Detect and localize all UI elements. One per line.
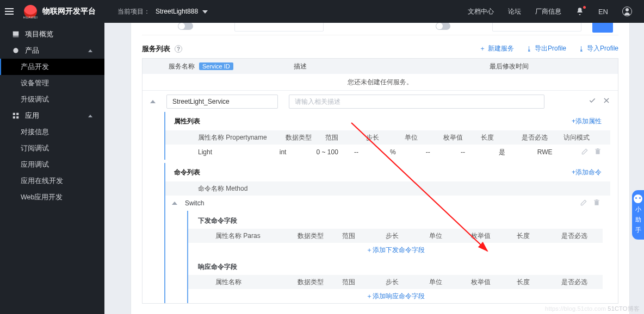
watermark: https://blog.51cto.com 51CTO博客 xyxy=(545,305,640,313)
toggle-switch[interactable] xyxy=(178,23,193,30)
command-title: 命令列表 xyxy=(174,168,200,177)
sidebar-item-app[interactable]: 应用 xyxy=(0,108,104,124)
service-table: 服务名称Service ID 描述 最后修改时间 您还未创建任何服务。 属性列表… xyxy=(142,58,618,304)
col-step: 步长 xyxy=(386,231,429,241)
col-unit: 单位 xyxy=(429,278,470,287)
service-empty-hint: 您还未创建任何服务。 xyxy=(143,74,618,90)
cell-step: -- xyxy=(354,148,390,156)
new-service-link[interactable]: ＋新建服务 xyxy=(479,44,514,53)
sidebar-item-device-mgmt[interactable]: 设备管理 xyxy=(0,75,104,91)
command-nested: 下发命令字段 属性名称 Paras 数据类型 范围 步长 单位 枚举值 长度 是… xyxy=(187,211,603,303)
help-icon[interactable]: ? xyxy=(175,45,182,53)
link-label: 新建服务 xyxy=(488,44,514,53)
main-card: 服务列表? ＋新建服务 ⭳导出Profile ⭳导入Profile 服务名称Se… xyxy=(131,23,630,314)
link-label: 导出Profile xyxy=(535,44,566,53)
add-send-field-link[interactable]: ＋添加下发命令字段 xyxy=(188,243,603,257)
language-switch[interactable]: EN xyxy=(598,8,608,16)
sidebar-label: 应用在线开发 xyxy=(21,177,63,186)
nav-vendor[interactable]: 厂商信息 xyxy=(535,7,561,16)
menu-toggle-icon[interactable] xyxy=(0,8,18,15)
sidebar-label: 应用 xyxy=(25,111,39,121)
col-dtype: 数据类型 xyxy=(286,133,325,142)
cmd-name-value: Switch xyxy=(185,199,204,207)
col-required: 是否必选 xyxy=(561,278,603,287)
nav-docs[interactable]: 文档中心 xyxy=(468,7,494,16)
sidebar-item-sub-debug[interactable]: 订阅调试 xyxy=(0,140,104,156)
service-id-tag: Service ID xyxy=(199,62,233,70)
sidebar-label: 升级调试 xyxy=(21,95,49,104)
sidebar-item-upgrade-debug[interactable]: 升级调试 xyxy=(0,91,104,108)
cell-len: -- xyxy=(461,148,499,156)
assistant-label: 小 xyxy=(635,205,641,213)
edit-icon[interactable] xyxy=(581,148,589,157)
nav-forum[interactable]: 论坛 xyxy=(508,7,521,16)
edit-icon[interactable] xyxy=(580,199,587,208)
sidebar-item-web-dev[interactable]: Web应用开发 xyxy=(0,189,104,205)
huawei-logo: HUAWEI xyxy=(18,5,42,18)
user-avatar-icon[interactable] xyxy=(622,7,632,16)
col-step: 步长 xyxy=(366,133,405,142)
sidebar-item-app-debug[interactable]: 应用调试 xyxy=(0,156,104,173)
col-len: 长度 xyxy=(481,133,522,142)
sidebar-item-online-dev[interactable]: 应用在线开发 xyxy=(0,173,104,189)
property-block: 属性列表+添加属性 属性名称 Propertyname 数据类型 范围 步长 单… xyxy=(164,112,610,160)
sidebar-label: 应用调试 xyxy=(21,160,49,169)
project-chevron-down-icon[interactable] xyxy=(202,9,208,14)
col-enum: 枚举值 xyxy=(443,133,481,142)
col-access: 访问模式 xyxy=(564,133,610,142)
cell-enum: -- xyxy=(426,148,461,156)
export-profile-link[interactable]: ⭳导出Profile xyxy=(526,44,566,53)
command-table-header: 命令名称 Method xyxy=(165,181,610,196)
top-bar: HUAWEI 物联网开发平台 当前项目： StreetLight888 文档中心… xyxy=(0,0,644,23)
cancel-icon[interactable] xyxy=(603,97,610,106)
col-required: 是否必选 xyxy=(561,231,603,241)
col-desc: 描述 xyxy=(294,62,490,71)
confirm-icon[interactable] xyxy=(589,97,596,106)
col-len: 长度 xyxy=(517,231,561,241)
col-unit: 单位 xyxy=(405,133,443,142)
project-name[interactable]: StreetLight888 xyxy=(156,8,198,15)
assistant-widget[interactable]: 小 助 手 xyxy=(632,190,644,240)
sidebar-item-overview[interactable]: 项目概览 xyxy=(0,26,104,42)
svg-rect-3 xyxy=(13,113,15,115)
service-edit-row xyxy=(143,90,618,112)
sidebar-item-dock-info[interactable]: 对接信息 xyxy=(0,124,104,140)
bell-icon[interactable] xyxy=(575,7,584,16)
sidebar: 项目概览 产品 产品开发 设备管理 升级调试 应用 对接信息 订阅调试 应用调试… xyxy=(0,23,104,314)
collapse-icon[interactable] xyxy=(172,200,177,206)
assistant-face-icon xyxy=(634,194,642,203)
col-unit: 单位 xyxy=(429,231,470,241)
delete-icon[interactable] xyxy=(593,199,600,208)
cell-unit: % xyxy=(390,148,426,156)
add-resp-field-link[interactable]: ＋添加响应命令字段 xyxy=(188,289,603,303)
svg-point-2 xyxy=(13,48,18,53)
cell-access: RWE xyxy=(537,148,581,156)
svg-rect-1 xyxy=(13,36,19,37)
delete-icon[interactable] xyxy=(594,148,602,157)
service-name-input[interactable] xyxy=(166,95,278,109)
sidebar-item-product[interactable]: 产品 xyxy=(0,42,104,59)
svg-rect-4 xyxy=(16,113,18,115)
resp-fields-header: 属性名称 数据类型 范围 步长 单位 枚举值 长度 是否必选 xyxy=(188,275,603,289)
disabled-input xyxy=(234,23,324,32)
sidebar-item-product-dev[interactable]: 产品开发 xyxy=(0,59,104,75)
sidebar-label: 产品开发 xyxy=(21,62,49,72)
service-table-header: 服务名称Service ID 描述 最后修改时间 xyxy=(143,59,618,74)
send-fields-title: 下发命令字段 xyxy=(188,211,603,229)
primary-button[interactable] xyxy=(592,23,613,33)
resp-fields-title: 响应命令字段 xyxy=(188,257,603,275)
sidebar-label: 设备管理 xyxy=(21,79,49,88)
import-profile-link[interactable]: ⭳导入Profile xyxy=(578,44,618,53)
link-label: 导入Profile xyxy=(587,44,618,53)
sidebar-label: 产品 xyxy=(25,46,39,55)
disabled-input xyxy=(492,23,581,32)
property-row: Light int 0 ~ 100 -- % -- -- 是 RWE xyxy=(165,145,610,160)
col-len: 长度 xyxy=(517,278,561,287)
add-property-link[interactable]: +添加属性 xyxy=(572,117,602,126)
col-service-name: 服务名称 xyxy=(169,62,195,71)
toggle-switch[interactable] xyxy=(436,23,450,30)
send-fields-header: 属性名称 Paras 数据类型 范围 步长 单位 枚举值 长度 是否必选 xyxy=(188,229,603,243)
collapse-icon[interactable] xyxy=(150,99,156,104)
service-desc-input[interactable] xyxy=(289,95,544,109)
add-command-link[interactable]: +添加命令 xyxy=(572,168,602,177)
